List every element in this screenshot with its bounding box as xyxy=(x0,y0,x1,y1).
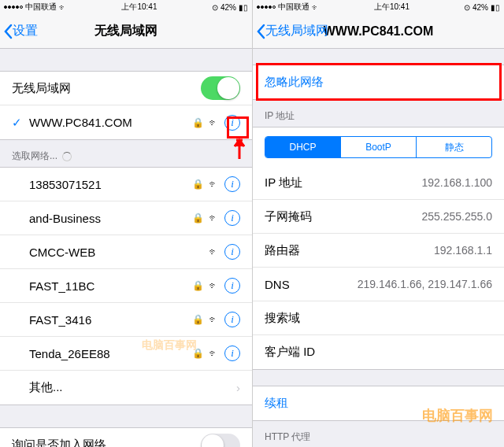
info-icon[interactable]: i xyxy=(224,115,240,131)
wifi-toggle-row[interactable]: 无线局域网 xyxy=(0,72,252,105)
http-proxy-header: HTTP 代理 xyxy=(253,421,504,447)
ip-address-row: IP 地址192.168.1.100 xyxy=(253,166,504,200)
network-name: Tenda_26EE88 xyxy=(29,347,187,360)
search-domain-row[interactable]: 搜索域 xyxy=(253,301,504,335)
status-time: 上午10:41 xyxy=(121,2,157,13)
ask-join-row[interactable]: 询问是否加入网络 xyxy=(0,428,252,447)
back-button[interactable]: 无线局域网 xyxy=(256,23,328,39)
network-row[interactable]: 13853071521🔒ᯤi xyxy=(0,168,252,201)
info-icon[interactable]: i xyxy=(224,278,240,294)
network-row[interactable]: and-Business🔒ᯤi xyxy=(0,201,252,235)
wifi-signal-icon: ᯤ xyxy=(209,179,218,190)
wifi-signal-icon: ᯤ xyxy=(209,212,218,224)
lock-icon: 🔒 xyxy=(192,314,204,325)
chevron-right-icon: › xyxy=(236,381,240,394)
lock-icon: 🔒 xyxy=(192,117,204,128)
info-icon[interactable]: i xyxy=(224,312,240,327)
client-id-row[interactable]: 客户端 ID xyxy=(253,335,504,369)
network-row[interactable]: FAST_11BC🔒ᯤi xyxy=(0,269,252,303)
network-name: FAST_11BC xyxy=(29,279,187,293)
wifi-signal-icon: ᯤ xyxy=(209,348,218,359)
nav-title: 无线局域网 xyxy=(0,23,252,39)
network-name: and-Business xyxy=(29,212,187,225)
connected-network-row[interactable]: ✓ WWW.PC841.COM 🔒 ᯤ i xyxy=(0,105,252,139)
renew-lease-button[interactable]: 续租 xyxy=(253,386,504,420)
ip-section-header: IP 地址 xyxy=(253,100,504,127)
info-icon[interactable]: i xyxy=(224,345,240,361)
back-button[interactable]: 设置 xyxy=(3,23,38,39)
lock-icon: 🔒 xyxy=(192,179,204,190)
status-bar: 中国联通 ᯤ 上午10:41 ⊙42%▮▯ xyxy=(253,0,504,14)
wifi-signal-icon: ᯤ xyxy=(209,314,218,325)
battery-icon: ▮▯ xyxy=(491,3,500,12)
seg-bootp[interactable]: BootP xyxy=(341,137,417,157)
network-name: FAST_3416 xyxy=(29,313,187,327)
ask-toggle[interactable] xyxy=(201,434,240,448)
network-row[interactable]: FAST_3416🔒ᯤi xyxy=(0,303,252,337)
status-bar: 中国联通 ᯤ 上午10:41 ⊙42%▮▯ xyxy=(0,0,252,14)
network-name: 13853071521 xyxy=(29,178,187,191)
nav-bar: 无线局域网 WWW.PC841.COM xyxy=(253,14,504,49)
lock-icon: 🔒 xyxy=(192,212,204,224)
wifi-signal-icon: ᯤ xyxy=(209,117,218,128)
ip-mode-segment[interactable]: DHCP BootP 静态 xyxy=(265,136,492,158)
dns-row[interactable]: DNS219.146.1.66, 219.147.1.66 xyxy=(253,268,504,301)
status-time: 上午10:41 xyxy=(374,2,410,13)
choose-network-header: 选取网络... xyxy=(0,140,252,167)
check-icon: ✓ xyxy=(12,116,23,130)
wifi-icon: ᯤ xyxy=(312,3,320,12)
info-icon[interactable]: i xyxy=(224,176,240,192)
spinner-icon xyxy=(62,152,72,161)
seg-dhcp[interactable]: DHCP xyxy=(265,137,341,157)
info-icon[interactable]: i xyxy=(224,210,240,226)
wifi-icon: ᯤ xyxy=(59,3,67,12)
network-row[interactable]: CMCC-WEBᯤi xyxy=(0,235,252,269)
wifi-toggle[interactable] xyxy=(201,76,240,100)
forget-network-button[interactable]: 忽略此网络 xyxy=(253,65,504,99)
nav-bar: 设置 无线局域网 xyxy=(0,14,252,49)
lock-icon: 🔒 xyxy=(192,280,204,291)
seg-static[interactable]: 静态 xyxy=(417,137,491,157)
info-icon[interactable]: i xyxy=(224,244,240,260)
network-name: CMCC-WEB xyxy=(29,246,204,259)
network-name: WWW.PC841.COM xyxy=(29,116,187,129)
subnet-row: 子网掩码255.255.255.0 xyxy=(253,200,504,234)
battery-icon: ▮▯ xyxy=(239,3,248,12)
router-row: 路由器192.168.1.1 xyxy=(253,234,504,268)
wifi-signal-icon: ᯤ xyxy=(209,246,218,257)
other-network-row[interactable]: 其他...› xyxy=(0,371,252,405)
network-row[interactable]: Tenda_26EE88🔒ᯤi xyxy=(0,337,252,371)
wifi-label: 无线局域网 xyxy=(12,81,201,96)
lock-icon: 🔒 xyxy=(192,348,204,359)
wifi-signal-icon: ᯤ xyxy=(209,280,218,291)
